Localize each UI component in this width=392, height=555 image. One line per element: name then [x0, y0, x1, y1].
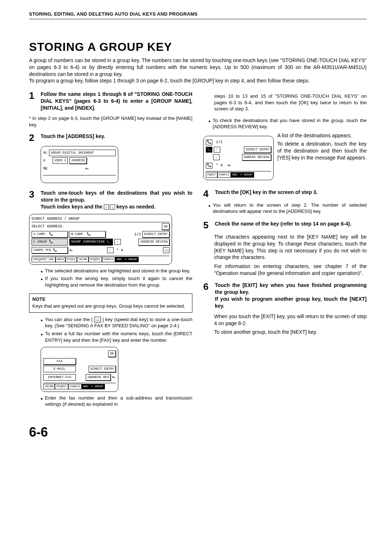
tab: PQRST	[206, 172, 217, 178]
up-arrow-icon: ↑	[104, 204, 109, 210]
step-2: 2 Touch the [ADDRESS] key.	[29, 133, 192, 142]
tab-group: ⬌ GROUP	[123, 257, 139, 262]
bullet-icon	[208, 117, 211, 130]
step-number: 5	[203, 220, 211, 230]
fig-title: DIRECT ADDRESS / GROUP	[32, 216, 170, 223]
tab: UVWXYZ	[68, 384, 82, 389]
bullet-text: You can also use the [ 📖 ] key (speed di…	[45, 316, 192, 329]
bullet-text: Enter the fax number and then a sub-addr…	[45, 395, 192, 408]
section-header: STORING, EDITING, AND DELETING AUTO DIAL…	[29, 11, 367, 19]
step-1-note: * In step 2 on page 6-3, touch the [GROU…	[29, 115, 192, 128]
tab-group: ⬌ GROUP	[90, 384, 105, 389]
tab: JKLMN	[43, 384, 55, 389]
fig-label: AL	[43, 150, 48, 155]
step-number: 1	[29, 91, 37, 112]
ok-button: OK	[108, 351, 116, 357]
address-review-button: DDRESS REVIEW	[242, 154, 271, 161]
note-body: Keys that are greyed out are group keys.…	[32, 303, 189, 309]
step-3: 3 Touch one-touch keys of the destinatio…	[29, 190, 192, 210]
up-arrow-icon: ↑	[214, 147, 220, 153]
step-1: 1 Follow the same steps 1 through 8 of "…	[29, 91, 192, 112]
up-arrow-icon: ↑	[114, 239, 121, 245]
page-title: STORING A GROUP KEY	[29, 39, 367, 55]
bullet-icon	[41, 395, 43, 408]
fax-button: FAX	[43, 358, 76, 365]
direct-entry-button: DIRECT ENTRY	[142, 231, 170, 238]
note-box: NOTE Keys that are greyed out are group …	[29, 293, 192, 313]
fig-label: ME	[43, 166, 48, 171]
bullet-text: The selected destinations are highlighte…	[45, 268, 190, 274]
figure-fax-entry: OK FAX E-MAIL DIRECT ENTRY INTERNET-FAX …	[41, 347, 118, 392]
email-button: E-MAIL	[43, 366, 76, 372]
step-5-para: The characters appearing next to the [KE…	[214, 234, 367, 261]
step-5-para2: For information on entering characters, …	[214, 263, 367, 277]
step-6: 6 Touch the [EXIT] key when you have fin…	[203, 282, 367, 309]
speed-dial-icon: 📖	[163, 247, 170, 253]
step-6-head: Touch the [EXIT] key when you have finis…	[215, 282, 367, 309]
step-4-head: Touch the [OK] key in the screen of step…	[215, 189, 318, 198]
direct-entry-button: DIRECT ENTRY	[89, 366, 116, 372]
continued-text: steps 10 to 13 and 15 of "STORING ONE-TO…	[214, 93, 367, 112]
fig-button: ADDRESS	[69, 157, 87, 164]
phone-icon: 📞	[206, 147, 212, 153]
ok-button: OK	[162, 223, 170, 230]
intro-paragraph: A group of numbers can be stored in a gr…	[29, 57, 367, 85]
address-review-button: ADDRESS REV	[86, 374, 111, 381]
tab: OPQRST	[55, 384, 68, 389]
bullet-icon	[208, 202, 211, 215]
left-column: 1 Follow the same steps 1 through 8 of "…	[29, 91, 192, 409]
right-column: steps 10 to 13 and 15 of "STORING ONE-TO…	[203, 91, 367, 409]
tab: ABCD	[56, 257, 65, 262]
tab-active: ABC	[82, 384, 90, 389]
address-review-button: ADDRESS REVIEW	[138, 239, 170, 245]
step-6-para: When you touch the [EXIT] key, you will …	[214, 313, 367, 327]
fig-button: B CORP. 📞	[69, 231, 106, 238]
step-number: 6	[203, 282, 211, 309]
step-number: 2	[29, 133, 37, 142]
step-2-head: Touch the [ADDRESS] key.	[41, 133, 105, 142]
figure-address-review: 📞 1/2 📞 ↑ DIRECT ENTRY ↓ DDRESS REVIEW 📞…	[203, 136, 274, 180]
fig-button: CORPO.TPS 📞	[32, 247, 68, 254]
ifax-button: INTERNET-FAX	[43, 374, 76, 381]
step-6-para2: To store another group, touch the [NEXT]…	[214, 329, 367, 336]
fig-button: SHARP CORPORATION 📞	[69, 239, 113, 245]
fig-label: X	[43, 158, 45, 163]
cursor-icon: ↖	[111, 373, 118, 382]
step-3-head: Touch one-touch keys of the destinations…	[41, 190, 192, 210]
figure-step3: DIRECT ADDRESS / GROUP SELECT ADDRESS. O…	[29, 214, 172, 265]
fig-subtitle: SELECT ADDRESS.	[32, 224, 64, 229]
step-number: 4	[203, 189, 211, 198]
bullet-icon	[41, 275, 43, 288]
tab: OPQRST	[89, 257, 102, 262]
figure-step2: AL GROUP-DIGITAL DOCUMENT X USER 2 ADDRE…	[41, 146, 118, 183]
step-5: 5 Check the name of the key (refer to st…	[203, 220, 367, 230]
phone-icon: 📞	[206, 139, 212, 145]
step-number: 3	[29, 190, 37, 210]
fig-button: USER 2	[53, 157, 68, 164]
page-number: 6-6	[29, 424, 367, 441]
direct-entry-button: DIRECT ENTRY	[244, 146, 271, 153]
fig-label: * 4	[216, 163, 222, 168]
phone-icon: 📞	[206, 163, 212, 169]
bullet-icon	[41, 268, 43, 274]
tab: FREQUENT USE	[32, 257, 56, 262]
cursor-icon: ↖	[83, 165, 90, 173]
tab: UVWXYZ	[102, 257, 115, 262]
fig-label: * 4	[117, 248, 123, 253]
step-4: 4 Touch the [OK] key in the screen of st…	[203, 189, 367, 198]
tab: JKLMN	[77, 257, 89, 262]
bullet-text: To enter a full fax number with the nume…	[45, 331, 192, 343]
speed-dial-icon: 📖	[94, 317, 101, 323]
down-arrow-icon: ↓	[213, 154, 220, 160]
tab-active: ABC	[231, 172, 239, 178]
fig-button: C GROUP 📞	[32, 239, 68, 245]
fig-button: A CORP. 📞	[32, 231, 68, 238]
tab: UVWXYZ	[217, 172, 231, 178]
cursor-icon: ↖	[226, 161, 233, 170]
tab: EFGHI	[65, 257, 77, 262]
note-title: NOTE	[32, 296, 189, 303]
bullet-text: You will return to the screen of step 2.…	[213, 202, 367, 215]
step-1-head: Follow the same steps 1 through 8 of "ST…	[41, 91, 192, 112]
bullet-icon	[41, 316, 43, 329]
step-5-head: Check the name of the key (refer to step…	[215, 220, 351, 230]
